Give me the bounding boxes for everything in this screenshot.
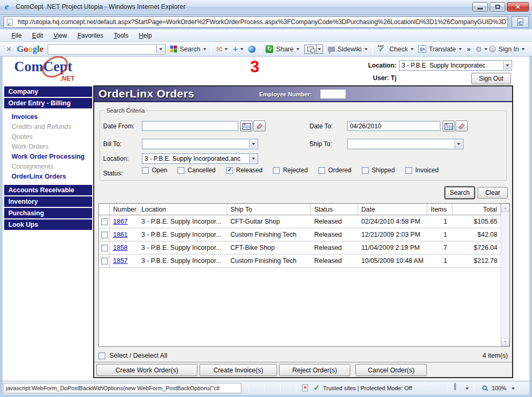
sidebar-item-credits-and-refunds[interactable]: Credits and Refunds xyxy=(4,122,92,132)
sidebar-item-work-orders[interactable]: Work Orders xyxy=(4,142,92,152)
shipped-checkbox[interactable]: ✓ xyxy=(362,167,369,174)
status-checkbox-row: ✓Open ✓Cancelled ✓Released ✓Rejected ✓Or… xyxy=(142,167,446,174)
status-rejected[interactable]: ✓Rejected xyxy=(273,167,307,174)
sign-out-button[interactable]: Sign Out xyxy=(471,73,511,84)
bill-to-select[interactable] xyxy=(142,139,258,149)
ship-to-select[interactable] xyxy=(347,139,463,149)
row-checkbox[interactable]: ✓ xyxy=(101,218,108,225)
invoiced-checkbox[interactable]: ✓ xyxy=(405,167,412,174)
google-search-input[interactable] xyxy=(48,44,165,54)
toolbar-overflow-button[interactable]: » xyxy=(467,45,471,53)
minimize-button[interactable] xyxy=(472,2,488,12)
open-checkbox[interactable]: ✓ xyxy=(142,167,149,174)
scroll-up-icon[interactable] xyxy=(501,204,509,212)
date-from-calendar-button[interactable] xyxy=(240,120,252,131)
create-invoices-button[interactable]: Create Invoice(s) xyxy=(199,364,277,376)
status-invoiced[interactable]: ✓Invoiced xyxy=(405,167,439,174)
sidebar-item-work-order-processing[interactable]: Work Order Processing xyxy=(4,152,92,162)
send-to-device-button[interactable] xyxy=(304,45,323,54)
scroll-down-icon[interactable] xyxy=(501,338,509,346)
sidebar-item-quotes[interactable]: Quotes xyxy=(4,132,92,142)
create-work-orders-button[interactable]: Create Work Order(s) xyxy=(96,364,197,376)
news-button[interactable]: ✉ xyxy=(216,45,228,53)
order-number-link[interactable]: 1861 xyxy=(113,231,128,238)
address-bar[interactable]: e http://utopia.hq.comcept.net/default.a… xyxy=(4,16,508,28)
row-checkbox[interactable]: ✓ xyxy=(101,231,108,238)
sidebar-item-consignments[interactable]: Consignments xyxy=(4,162,92,172)
chevron-down-icon xyxy=(296,48,300,50)
sidebar-section-company[interactable]: Company xyxy=(4,86,92,97)
clear-button[interactable]: Clear xyxy=(478,187,508,198)
close-button[interactable]: ✕ xyxy=(507,2,529,12)
zoom-magnifier-icon[interactable] xyxy=(482,385,487,390)
translate-button[interactable]: ĝa Translate xyxy=(418,45,462,53)
restore-button[interactable] xyxy=(490,2,505,12)
sidebar-section-purchasing[interactable]: Purchasing xyxy=(4,208,92,218)
google-toolbar: ✕ Google Search ✉ + ↻ Share xyxy=(0,42,532,57)
add-gadget-button[interactable]: + xyxy=(232,46,243,53)
released-checkbox[interactable]: ✓ xyxy=(226,167,233,174)
sidebar-item-invoices[interactable]: Invoices xyxy=(4,112,92,122)
row-checkbox[interactable]: ✓ xyxy=(101,258,108,264)
chevron-down-icon[interactable] xyxy=(512,388,515,390)
toolbar-close-icon[interactable]: ✕ xyxy=(6,46,12,53)
status-open[interactable]: ✓Open xyxy=(142,167,167,174)
page-action-button[interactable] xyxy=(512,16,529,28)
toolbar-options-button[interactable]: ⚙ xyxy=(475,45,488,53)
table-scrollbar[interactable] xyxy=(501,204,509,346)
reject-orders-button[interactable]: Reject Order(s) xyxy=(279,364,350,376)
employee-number-field[interactable] xyxy=(320,90,346,98)
sidebar-section-inventory[interactable]: Inventory xyxy=(4,196,92,207)
column-ship-to[interactable]: Ship To xyxy=(227,204,311,215)
column-location[interactable]: Location xyxy=(138,204,227,215)
status-released[interactable]: ✓Released xyxy=(226,167,263,174)
chevron-down-icon[interactable] xyxy=(465,388,469,390)
column-items[interactable]: Items xyxy=(427,204,452,215)
trusted-check-icon: ✓ xyxy=(314,383,320,392)
column-total[interactable]: Total xyxy=(452,204,501,215)
google-search-button[interactable]: Search xyxy=(170,46,206,53)
order-number-link[interactable]: 1867 xyxy=(113,218,128,225)
cancel-orders-button[interactable]: Cancel Order(s) xyxy=(356,364,427,376)
status-cancelled[interactable]: ✓Cancelled xyxy=(178,167,215,174)
zoom-level[interactable]: 100% xyxy=(492,385,506,391)
menu-edit[interactable]: Edit xyxy=(27,31,48,40)
sidebar-section-accounts-receivable[interactable]: Accounts Receivable xyxy=(4,185,92,195)
date-to-clear-button[interactable] xyxy=(456,120,468,131)
menu-file[interactable]: File xyxy=(6,31,27,40)
date-from-clear-button[interactable] xyxy=(253,120,265,131)
date-to-calendar-button[interactable] xyxy=(442,120,455,131)
cancelled-checkbox[interactable]: ✓ xyxy=(178,167,184,174)
sidebar-section-look-ups[interactable]: Look Ups xyxy=(4,219,92,230)
date-from-field[interactable] xyxy=(142,121,238,131)
menu-tools[interactable]: Tools xyxy=(108,31,134,40)
sidebar-section-order-entry-billing[interactable]: Order Entry - Billing xyxy=(4,98,92,108)
sidewiki-button[interactable]: Sidewiki xyxy=(328,46,368,53)
status-ordered[interactable]: ✓Ordered xyxy=(318,167,351,174)
date-to-field[interactable] xyxy=(347,121,440,131)
header-location-select[interactable]: 3 - P.B.E. Supply Incorporatec xyxy=(399,60,512,71)
location-filter-select[interactable]: 3 - P.B.E. Supply Incorporated,anc xyxy=(142,153,258,164)
sign-in-button[interactable]: Sign In xyxy=(489,46,525,53)
column-date[interactable]: Date xyxy=(358,204,427,215)
screen-share-dropdown[interactable] xyxy=(317,45,323,54)
spellcheck-button[interactable]: ABC✓ Check xyxy=(378,45,414,53)
google-earth-button[interactable] xyxy=(248,46,256,53)
order-number-link[interactable]: 1857 xyxy=(113,257,128,264)
order-number-link[interactable]: 1858 xyxy=(113,244,128,251)
menu-favorites[interactable]: Favorites xyxy=(72,31,108,40)
sidebar-item-orderlinx-orders[interactable]: OrderLinx Orders xyxy=(4,172,92,182)
menu-help[interactable]: Help xyxy=(134,31,157,40)
search-history-dropdown[interactable] xyxy=(156,45,164,53)
row-checkbox[interactable]: ✓ xyxy=(101,245,108,251)
select-all-checkbox[interactable]: ✓ xyxy=(98,352,105,359)
security-zone-icon[interactable] xyxy=(454,384,462,390)
column-number[interactable]: Number xyxy=(110,204,138,215)
ordered-checkbox[interactable]: ✓ xyxy=(318,167,325,174)
menu-view[interactable]: View xyxy=(48,31,72,40)
share-button[interactable]: ↻ Share xyxy=(265,45,299,53)
rejected-checkbox[interactable]: ✓ xyxy=(273,167,280,174)
search-button[interactable]: Search xyxy=(445,187,474,198)
status-shipped[interactable]: ✓Shipped xyxy=(362,167,395,174)
column-status[interactable]: Status xyxy=(311,204,358,215)
